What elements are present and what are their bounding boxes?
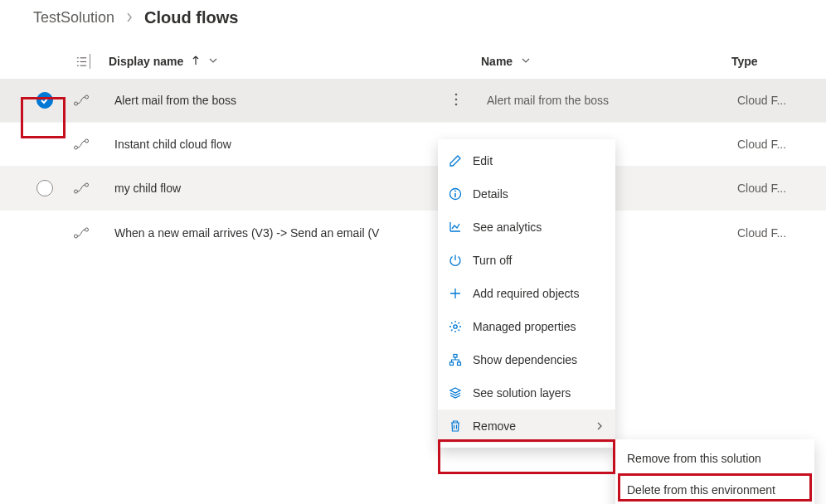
svg-point-12 xyxy=(85,139,89,143)
menu-details[interactable]: Details xyxy=(438,177,615,211)
menu-analytics[interactable]: See analytics xyxy=(438,211,615,244)
power-icon xyxy=(448,253,463,268)
row-display-name[interactable]: Alert mail from the boss xyxy=(96,94,440,107)
table-row[interactable]: my child flow Cloud F... xyxy=(0,167,826,211)
menu-label: Delete from this environment xyxy=(627,483,775,497)
flow-icon xyxy=(66,182,96,194)
breadcrumb: TestSolution Cloud flows xyxy=(0,0,826,44)
menu-label: Managed properties xyxy=(473,320,604,333)
menu-label: Remove xyxy=(473,419,585,433)
menu-dependencies[interactable]: Show dependencies xyxy=(438,343,615,376)
chevron-down-icon xyxy=(521,56,531,65)
remove-submenu: Remove from this solution Delete from th… xyxy=(615,439,814,504)
column-label: Name xyxy=(481,55,513,68)
menu-label: Edit xyxy=(473,154,604,167)
breadcrumb-current: Cloud flows xyxy=(144,8,238,27)
menu-remove[interactable]: Remove xyxy=(438,410,615,443)
row-type: Cloud F... xyxy=(737,182,795,195)
edit-icon xyxy=(448,153,463,168)
menu-managed-properties[interactable]: Managed properties xyxy=(438,310,615,343)
svg-point-14 xyxy=(85,183,89,187)
row-display-name[interactable]: my child flow xyxy=(96,182,440,195)
svg-point-16 xyxy=(85,228,89,231)
svg-rect-22 xyxy=(450,362,454,366)
submenu-remove-solution[interactable]: Remove from this solution xyxy=(615,443,814,474)
flow-icon xyxy=(66,138,96,150)
row-display-name[interactable]: Instant child cloud flow xyxy=(96,138,440,151)
svg-point-6 xyxy=(75,102,78,105)
chevron-right-icon xyxy=(124,9,134,27)
row-checkbox[interactable] xyxy=(23,92,66,109)
submenu-delete-environment[interactable]: Delete from this environment xyxy=(615,474,814,504)
svg-point-13 xyxy=(75,190,78,193)
sort-ascending-icon xyxy=(192,56,200,65)
menu-label: See solution layers xyxy=(473,386,604,400)
context-menu: Edit Details See analytics Turn off Add … xyxy=(438,139,615,448)
row-display-name[interactable]: When a new email arrives (V3) -> Send an… xyxy=(96,226,440,240)
svg-point-7 xyxy=(85,95,89,99)
hierarchy-icon xyxy=(448,352,463,367)
row-type: Cloud F... xyxy=(737,138,795,151)
svg-point-11 xyxy=(75,146,78,149)
menu-label: Add required objects xyxy=(473,287,604,300)
menu-edit[interactable]: Edit xyxy=(438,144,615,177)
chevron-right-icon xyxy=(595,419,604,433)
flow-icon xyxy=(66,94,96,106)
svg-point-9 xyxy=(455,98,458,100)
row-name: Alert mail from the boss xyxy=(472,94,737,107)
svg-point-15 xyxy=(75,235,78,238)
flow-icon xyxy=(66,227,96,239)
table-row[interactable]: When a new email arrives (V3) -> Send an… xyxy=(0,211,826,254)
analytics-icon xyxy=(448,220,463,235)
menu-solution-layers[interactable]: See solution layers xyxy=(438,376,615,410)
column-type[interactable]: Type xyxy=(731,55,790,68)
info-icon xyxy=(448,187,463,201)
row-more-button[interactable] xyxy=(440,93,472,109)
row-type: Cloud F... xyxy=(737,226,795,240)
checkbox-icon xyxy=(36,180,53,196)
svg-rect-23 xyxy=(458,362,461,366)
breadcrumb-parent[interactable]: TestSolution xyxy=(33,9,114,27)
svg-point-8 xyxy=(455,93,458,95)
menu-label: Remove from this solution xyxy=(627,452,761,465)
svg-point-20 xyxy=(454,325,457,328)
trash-icon xyxy=(448,419,463,434)
more-vertical-icon xyxy=(454,93,458,109)
flows-table: Display name Name Type Alert xyxy=(0,44,826,254)
svg-rect-21 xyxy=(454,355,457,358)
svg-point-10 xyxy=(455,103,458,105)
column-label: Type xyxy=(731,55,758,68)
layers-icon xyxy=(448,385,463,400)
chevron-down-icon xyxy=(208,56,218,65)
svg-point-19 xyxy=(454,191,456,192)
column-label: Display name xyxy=(109,55,183,68)
menu-label: Details xyxy=(473,187,604,201)
menu-add-required[interactable]: Add required objects xyxy=(438,277,615,310)
column-display-name[interactable]: Display name xyxy=(90,55,435,68)
menu-label: Turn off xyxy=(473,254,604,267)
table-row[interactable]: Alert mail from the boss Alert mail from… xyxy=(0,79,826,123)
menu-turnoff[interactable]: Turn off xyxy=(438,244,615,277)
table-row[interactable]: Instant child cloud flow Cloud F... xyxy=(0,123,826,167)
checkbox-checked-icon xyxy=(36,92,53,109)
row-type: Cloud F... xyxy=(737,94,795,107)
menu-label: Show dependencies xyxy=(473,353,604,366)
table-header: Display name Name Type xyxy=(0,44,826,79)
row-checkbox[interactable] xyxy=(23,180,66,196)
column-name[interactable]: Name xyxy=(466,55,731,68)
plus-icon xyxy=(448,286,463,301)
menu-label: See analytics xyxy=(473,220,604,234)
gear-icon xyxy=(448,319,463,334)
